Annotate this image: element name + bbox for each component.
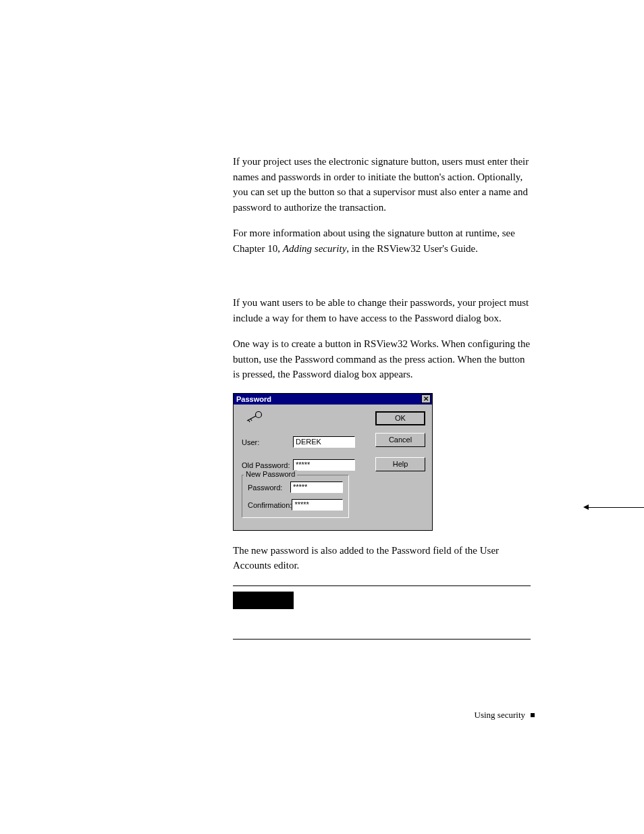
user-label: User: [242,438,293,446]
new-password-group: New Password Password: ***** Confirmatio… [242,475,349,518]
password-input[interactable]: ***** [290,481,343,493]
redacted-label [233,592,294,609]
page-footer: Using security [475,710,535,721]
paragraph-button-howto: One way is to create a button in RSView3… [233,336,531,382]
paragraph-reference: For more information about using the sig… [233,226,531,256]
key-icon [244,410,263,423]
password-dialog-figure: Password ✕ OK Cancel Help [233,393,531,531]
horizontal-rule-top [233,585,531,586]
horizontal-rule-bottom [233,639,531,640]
password-label: Password: [248,484,290,492]
footer-square-icon [531,713,535,717]
svg-line-2 [248,420,250,422]
old-password-label: Old Password: [242,461,293,469]
footer-text: Using security [475,710,525,721]
help-button[interactable]: Help [375,457,425,471]
close-button[interactable]: ✕ [421,394,431,403]
dialog-titlebar: Password ✕ [234,394,432,405]
new-password-legend: New Password [244,470,297,478]
confirmation-label: Confirmation: [248,501,292,509]
cancel-button[interactable]: Cancel [375,433,425,447]
paragraph-signature: If your project uses the electronic sign… [233,154,531,215]
reference-text-c: , in the RSView32 User's Guide. [346,243,478,254]
paragraph-after-dialog: The new password is also added to the Pa… [233,543,531,573]
svg-line-3 [250,419,252,421]
password-dialog: Password ✕ OK Cancel Help [233,393,433,531]
callout-line [587,507,644,508]
user-input[interactable]: DEREK [293,436,355,448]
paragraph-change-pw: If you want users to be able to change t… [233,295,531,325]
reference-italic: Adding security [283,243,347,254]
dialog-title: Password [236,395,271,403]
svg-point-0 [256,411,262,417]
confirmation-input[interactable]: ***** [292,499,343,511]
callout-arrow-icon [583,504,589,510]
ok-button[interactable]: OK [375,411,425,425]
old-password-input[interactable]: ***** [293,459,355,471]
